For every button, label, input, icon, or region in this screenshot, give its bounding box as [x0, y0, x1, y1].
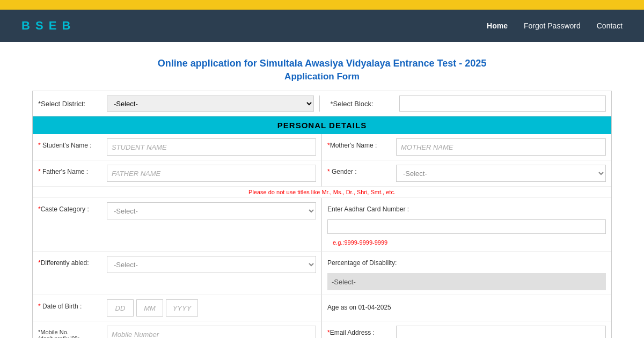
page-subtitle: Application Form: [32, 71, 612, 82]
aadhar-row: Enter Aadhar Card Number : e.g.:9999-999…: [322, 198, 611, 252]
students-name-label: * Student's Name :: [38, 138, 103, 149]
nav-home[interactable]: Home: [487, 21, 508, 30]
gender-row: * Gender : -Select- Male Female: [322, 160, 611, 187]
application-form: *Select District: -Select- *Select Block…: [32, 91, 612, 338]
dob-yyyy[interactable]: [166, 299, 198, 317]
gender-label: * Gender :: [327, 165, 392, 175]
district-select[interactable]: -Select-: [107, 95, 314, 112]
brand-logo: B S E B: [21, 19, 71, 33]
block-input[interactable]: [399, 95, 606, 112]
email-input[interactable]: [396, 326, 606, 338]
students-name-input[interactable]: [107, 138, 316, 156]
caste-label: *Caste Category :: [38, 202, 103, 213]
mobile-label: *Mobile No. (don't prefix '0'):: [38, 326, 103, 338]
mothers-name-label: *Mother's Name :: [327, 138, 392, 149]
navbar: B S E B Home Forgot Password Contact: [0, 10, 644, 42]
district-block-row: *Select District: -Select- *Select Block…: [33, 91, 611, 116]
mobile-row: *Mobile No. (don't prefix '0'):: [33, 321, 322, 338]
dob-dd[interactable]: [107, 299, 134, 317]
caste-select[interactable]: -Select-: [107, 202, 316, 219]
differently-abled-select[interactable]: -Select- Yes No: [107, 256, 316, 273]
gender-select[interactable]: -Select- Male Female: [396, 165, 606, 182]
dob-label: * Date of Birth :: [38, 299, 103, 310]
dob-mm[interactable]: [136, 299, 163, 317]
aadhar-label: Enter Aadhar Card Number :: [327, 202, 409, 213]
disability-row: Percentage of Disability: -Select-: [322, 252, 611, 295]
differently-abled-label: *Differently abled:: [38, 256, 103, 267]
district-col: *Select District: -Select-: [38, 95, 320, 112]
fathers-name-label: * Father's Name :: [38, 165, 103, 175]
fathers-name-row: * Father's Name :: [33, 160, 322, 187]
mobile-label-sub: (don't prefix '0'):: [38, 335, 103, 338]
mobile-label-main: *Mobile No.: [38, 329, 103, 335]
email-row: *Email Address :: [322, 321, 611, 338]
dob-row: * Date of Birth :: [33, 295, 322, 321]
mobile-input[interactable]: [107, 326, 316, 338]
age-row: Age as on 01-04-2025: [322, 295, 611, 321]
mothers-name-input[interactable]: [396, 138, 606, 156]
disability-label: Percentage of Disability:: [327, 256, 397, 267]
aadhar-hint: e.g.:9999-9999-9999: [327, 238, 393, 247]
block-col: *Select Block:: [331, 95, 606, 112]
district-label: *Select District:: [38, 100, 103, 108]
nav-links: Home Forgot Password Contact: [487, 21, 623, 30]
differently-abled-row: *Differently abled: -Select- Yes No: [33, 252, 322, 295]
personal-details-header: PERSONAL DETAILS: [33, 116, 611, 134]
nav-contact[interactable]: Contact: [597, 21, 623, 30]
dob-inputs: [107, 299, 198, 317]
page-title: Online application for Simultala Awasiya…: [32, 58, 612, 69]
caste-row: *Caste Category : -Select-: [33, 198, 322, 252]
block-label: *Select Block:: [331, 100, 395, 108]
personal-details-grid: * Student's Name : *Mother's Name : * Fa…: [33, 134, 611, 338]
mothers-name-row: *Mother's Name :: [322, 134, 611, 160]
disability-value: -Select-: [327, 273, 606, 290]
main-content: Online application for Simultala Awasiya…: [0, 42, 644, 338]
age-label: Age as on 01-04-2025: [327, 299, 391, 311]
fathers-name-input[interactable]: [107, 165, 316, 182]
email-label: *Email Address :: [327, 326, 392, 336]
nav-forgot-password[interactable]: Forgot Password: [524, 21, 581, 30]
students-name-row: * Student's Name :: [33, 134, 322, 160]
title-hint: Please do not use titles like Mr., Ms., …: [33, 187, 611, 198]
aadhar-input[interactable]: [327, 219, 606, 234]
